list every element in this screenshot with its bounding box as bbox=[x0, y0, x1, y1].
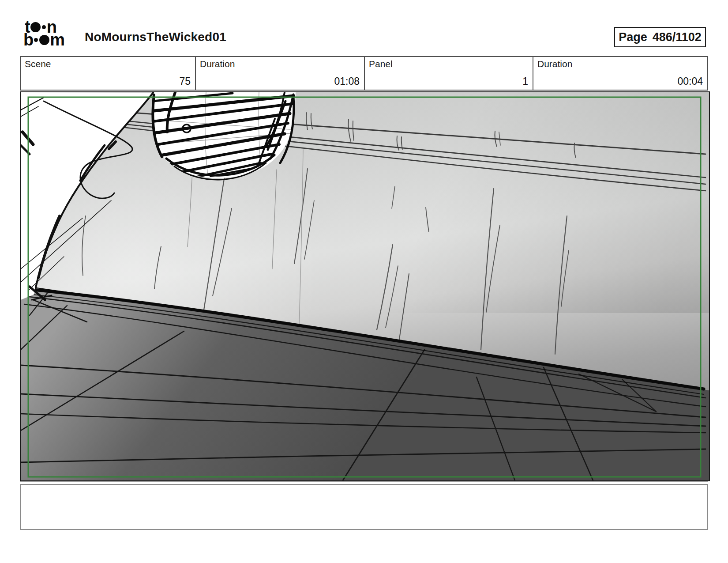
page-number-box: Page 486/1102 bbox=[614, 27, 706, 47]
toonboom-logo: t n b m bbox=[25, 20, 64, 46]
logo-letter-m: m bbox=[50, 33, 64, 47]
page-label: Page bbox=[619, 30, 647, 44]
scene-value: 75 bbox=[179, 76, 191, 87]
panel-cell: Panel 1 bbox=[364, 57, 533, 90]
scene-duration-value: 01:08 bbox=[334, 76, 360, 87]
storyboard-panel bbox=[20, 91, 710, 481]
logo-dot-small-icon bbox=[42, 25, 46, 29]
panel-duration-value: 00:04 bbox=[677, 76, 703, 87]
logo-letter-b: b bbox=[23, 33, 33, 47]
scene-duration-cell: Duration 01:08 bbox=[195, 57, 364, 90]
separator-rule bbox=[20, 481, 708, 482]
caption-box bbox=[20, 484, 708, 530]
panel-value: 1 bbox=[522, 76, 528, 87]
panel-label: Panel bbox=[369, 59, 393, 69]
logo-dot-small-icon bbox=[34, 38, 38, 42]
logo-row-bottom: b m bbox=[23, 33, 64, 46]
scene-duration-label: Duration bbox=[200, 59, 235, 69]
panel-duration-label: Duration bbox=[537, 59, 572, 69]
page-value: 486/1102 bbox=[653, 30, 702, 44]
storyboard-sketch-image bbox=[21, 92, 709, 480]
scene-label: Scene bbox=[25, 59, 51, 69]
scene-cell: Scene 75 bbox=[21, 57, 195, 90]
project-title: NoMournsTheWicked01 bbox=[85, 30, 226, 44]
panel-duration-cell: Duration 00:04 bbox=[533, 57, 707, 90]
shot-info-row: Scene 75 Duration 01:08 Panel 1 Duration… bbox=[20, 56, 708, 91]
